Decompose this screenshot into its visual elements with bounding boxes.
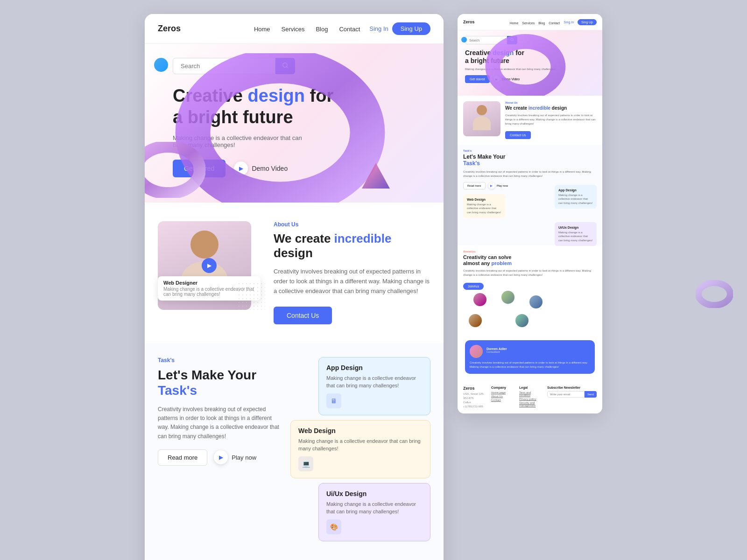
contact-us-button[interactable]: Contact Us bbox=[274, 307, 332, 324]
mini-footer-logo: Zeros bbox=[463, 386, 485, 391]
mini-footer-company-heading: Company bbox=[491, 386, 513, 389]
mini-contact-button[interactable]: Contact Us bbox=[505, 131, 531, 139]
play-now-button[interactable]: ▶ Play now bbox=[214, 450, 256, 464]
signin-button[interactable]: Sing In bbox=[369, 25, 388, 32]
svg-point-0 bbox=[193, 66, 367, 199]
mini-nav-links: Home Services Blog Contact bbox=[510, 18, 560, 26]
svg-point-8 bbox=[698, 283, 730, 305]
mini-tasks-text: Creativity involves breaking out of expe… bbox=[463, 170, 597, 178]
mini-app-card: App Design Making change is a collective… bbox=[555, 185, 597, 209]
mini-newsletter-send-button[interactable]: Send bbox=[585, 391, 597, 398]
mini-signin-button[interactable]: Sing In bbox=[564, 21, 574, 24]
torus-left-icon bbox=[145, 142, 205, 198]
mini-nav-home[interactable]: Home bbox=[510, 21, 519, 25]
nav-services[interactable]: Services bbox=[282, 26, 305, 33]
mini-testimonial: Doreen Adler Consultant Creativity invol… bbox=[465, 340, 595, 374]
mini-ui-card: Ui/Ux Design Making change is a collecti… bbox=[555, 222, 597, 246]
mini-footer-phone: Callus +1(785)721-985 bbox=[463, 400, 485, 409]
floating-torus-icon bbox=[696, 280, 733, 308]
mini-torus-icon bbox=[458, 34, 599, 96]
mini-about-label: About Us bbox=[505, 101, 597, 104]
mini-about-section: About Us We create incredible design Cre… bbox=[458, 96, 602, 145]
navbar: Zeros Home Services Blog Contact Sing In… bbox=[145, 14, 444, 44]
mini-task-cards-container: Web Design Making change is a collective… bbox=[463, 194, 597, 241]
mini-footer-company: Company Home page About Us Contact bbox=[491, 386, 513, 409]
mini-testimonial-wrap: Doreen Adler Consultant Creativity invol… bbox=[458, 340, 602, 381]
mini-tasks-section: Task's Let's Make YourTask's Creativity … bbox=[458, 145, 602, 245]
mini-signup-button[interactable]: Sing Up bbox=[578, 19, 597, 25]
mini-avatar-3 bbox=[529, 294, 543, 309]
about-play-icon[interactable]: ▶ bbox=[202, 258, 217, 273]
mini-person-head bbox=[477, 105, 487, 115]
mini-attention-text: Creativity involves breaking out of expe… bbox=[463, 269, 597, 277]
signup-button[interactable]: Sing Up bbox=[392, 22, 430, 35]
nav-home[interactable]: Home bbox=[254, 26, 270, 33]
about-content: About Us We create incredible design Cre… bbox=[274, 221, 430, 324]
tasks-label: Task's bbox=[158, 357, 279, 364]
mini-avatar-2 bbox=[500, 290, 515, 305]
mini-footer-legal-link-2[interactable]: Privacy policy bbox=[519, 398, 541, 400]
web-design-card: Web Design Making change is a collective… bbox=[290, 420, 430, 478]
tasks-text: Creativity involves breaking out of expe… bbox=[158, 405, 279, 441]
tasks-buttons: Read more ▶ Play now bbox=[158, 449, 279, 466]
mini-testi-name: Doreen Adler bbox=[486, 347, 507, 350]
dot-pattern bbox=[237, 282, 265, 310]
mini-play-now-button[interactable]: ▶ Play now bbox=[488, 182, 508, 189]
nav-contact[interactable]: Contact bbox=[339, 26, 360, 33]
mini-play-now-icon: ▶ bbox=[488, 182, 495, 189]
mini-footer-address: USA, Street 125-352-875 bbox=[463, 392, 485, 400]
mini-footer-legal-link-3[interactable]: Security and management bbox=[519, 401, 541, 407]
about-text: Creativity involves breaking out of expe… bbox=[274, 267, 430, 296]
tasks-left: Task's Let's Make Your Task's Creativity… bbox=[158, 357, 279, 541]
task-cards: App Design Making change is a collective… bbox=[290, 357, 430, 541]
mini-footer-legal-heading: Legal bbox=[519, 386, 541, 389]
svg-point-5 bbox=[493, 42, 558, 92]
mini-footer-company-link-3[interactable]: Contact bbox=[491, 399, 513, 401]
app-card-icon: 🖥 bbox=[326, 393, 341, 408]
mini-person-body bbox=[473, 116, 491, 130]
about-section: ▶ Web Designer Making change is a collec… bbox=[145, 203, 444, 343]
mini-about-text: Creativity involves breaking out of expe… bbox=[505, 113, 597, 126]
mini-navbar: Zeros Home Services Blog Contact Sing In… bbox=[458, 14, 602, 30]
mini-web-card: Web Design Making change is a collective… bbox=[463, 194, 505, 218]
mini-footer-legal-link-1[interactable]: Term and condition bbox=[519, 391, 541, 397]
logo: Zeros bbox=[158, 24, 181, 34]
mini-avatar-1 bbox=[472, 292, 487, 307]
about-image-wrap: ▶ Web Designer Making change is a collec… bbox=[158, 221, 261, 310]
mini-testi-role: Consultant bbox=[486, 350, 507, 353]
tasks-layout: Task's Let's Make Your Task's Creativity… bbox=[158, 357, 430, 541]
mini-footer-newsletter: Subscribe Newsletter Send bbox=[547, 386, 597, 409]
tasks-section: Task's Let's Make Your Task's Creativity… bbox=[145, 343, 444, 555]
mini-testi-avatar bbox=[470, 345, 483, 358]
mini-nav-blog[interactable]: Blog bbox=[538, 21, 545, 25]
play-now-icon: ▶ bbox=[214, 450, 228, 464]
mini-hero-section: Creative design fora bright future Makin… bbox=[458, 30, 602, 96]
ui-card-icon: 🎨 bbox=[326, 519, 341, 534]
mini-footer-company-link-1[interactable]: Home page bbox=[491, 391, 513, 394]
mini-newsletter-form: Send bbox=[547, 391, 597, 398]
mini-read-more-button[interactable]: Read more bbox=[463, 182, 486, 189]
mini-newsletter-input[interactable] bbox=[547, 391, 585, 398]
mini-footer-brand: Zeros USA, Street 125-352-875 Callus +1(… bbox=[463, 386, 485, 409]
app-design-card: App Design Making change is a collective… bbox=[318, 357, 430, 415]
mini-testi-text: Creativity involves breaking out of expe… bbox=[470, 361, 590, 369]
nav-blog[interactable]: Blog bbox=[316, 26, 328, 33]
mini-join-button[interactable]: Join#us bbox=[463, 283, 484, 290]
mini-about-content: About Us We create incredible design Cre… bbox=[505, 101, 597, 139]
mini-nav-services[interactable]: Services bbox=[522, 21, 535, 25]
mini-card: Zeros Home Services Blog Contact Sing In… bbox=[458, 14, 602, 413]
read-more-button[interactable]: Read more bbox=[158, 449, 207, 466]
svg-point-3 bbox=[145, 147, 200, 193]
mini-attention-title: Creativity can solvealmost any problem bbox=[463, 254, 597, 266]
web-card-icon: 💻 bbox=[298, 456, 313, 471]
mini-nav-contact[interactable]: Contact bbox=[549, 21, 560, 25]
mini-tasks-title: Let's Make YourTask's bbox=[463, 154, 597, 167]
mini-attention-label: Attention bbox=[463, 250, 597, 253]
mini-team-section: Attention Creativity can solvealmost any… bbox=[458, 245, 602, 336]
mini-avatar-4 bbox=[468, 313, 483, 328]
about-label: About Us bbox=[274, 221, 430, 228]
mini-footer: Zeros USA, Street 125-352-875 Callus +1(… bbox=[458, 381, 602, 413]
mini-footer-company-link-2[interactable]: About Us bbox=[491, 395, 513, 398]
mini-logo: Zeros bbox=[463, 20, 475, 24]
mini-about-title: We create incredible design bbox=[505, 105, 597, 111]
